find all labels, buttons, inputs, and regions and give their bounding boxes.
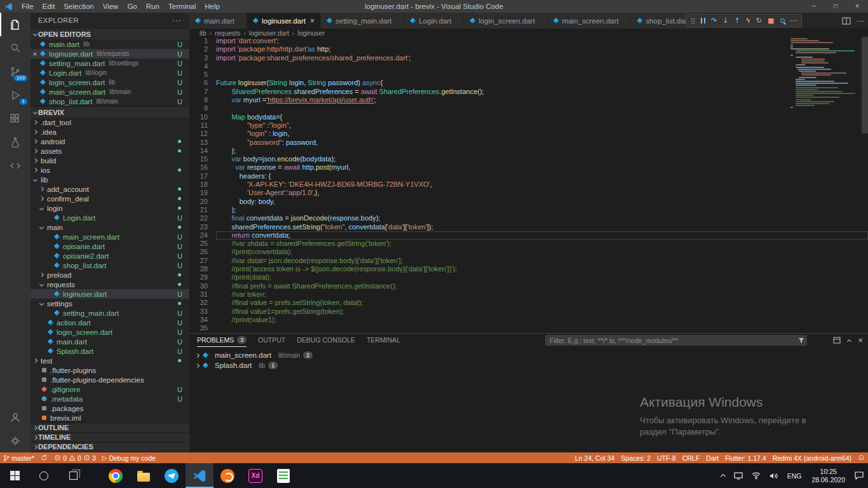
- activity-run-debug-button[interactable]: 1: [0, 83, 31, 107]
- code-line[interactable]: 14 };: [189, 147, 868, 155]
- hidden-icons-button[interactable]: [717, 463, 729, 488]
- tab-main.dart[interactable]: main.dart: [189, 13, 247, 29]
- menu-view[interactable]: View: [98, 0, 123, 13]
- tree-item-lib[interactable]: lib: [31, 175, 189, 184]
- tree-item-.gitignore[interactable]: .gitignoreU: [31, 384, 189, 394]
- open-editor-main.dart[interactable]: main.dart lib U: [31, 39, 189, 49]
- tree-item-.flutter-plugins[interactable]: .flutter-plugins: [31, 365, 189, 375]
- maximize-panel-icon[interactable]: [847, 339, 851, 343]
- status-item[interactable]: Dart: [703, 452, 722, 463]
- minimap[interactable]: [790, 38, 860, 109]
- taskbar-app-orange-button[interactable]: [214, 463, 241, 488]
- tree-item-brevix.iml[interactable]: brevix.iml: [31, 413, 189, 423]
- filter-icon[interactable]: [798, 337, 804, 344]
- code-line[interactable]: 18 'X-API-KEY': 'DKE4H-HWZJ-BD69-MORBG-7…: [189, 180, 868, 189]
- close-editor-icon[interactable]: ×: [31, 50, 39, 58]
- breadcrumb-item[interactable]: requests: [214, 29, 241, 37]
- close-icon[interactable]: ×: [846, 0, 868, 13]
- code-line[interactable]: 11 "type" :"login",: [189, 121, 868, 130]
- open-editor-shop_list.dart[interactable]: shop_list.dart lib\main U: [31, 97, 189, 106]
- stop-icon[interactable]: ■: [768, 17, 774, 24]
- tree-item-login_screen.dart[interactable]: login_screen.dartU: [31, 327, 189, 337]
- code-line[interactable]: 15 var body=json.encode(bodydata);: [189, 155, 868, 163]
- code-line[interactable]: 8 var myurl ='https://brevix.market/api/…: [189, 96, 868, 104]
- code-line[interactable]: 35: [189, 324, 868, 332]
- code-line[interactable]: 17 headers: {: [189, 172, 868, 180]
- restart-icon[interactable]: ↻: [756, 17, 762, 24]
- menu-selection[interactable]: Selection: [59, 0, 98, 13]
- accounts-button[interactable]: [0, 405, 31, 429]
- hot-reload-icon[interactable]: ϟ: [746, 17, 750, 24]
- code-line[interactable]: 27 //var datat= json.decode(response.bod…: [189, 257, 868, 265]
- drag-grip-icon[interactable]: [691, 18, 695, 24]
- status-item[interactable]: CRLF: [679, 452, 703, 463]
- tree-item-.packages[interactable]: .packages: [31, 403, 189, 413]
- panel-tab-debug-console[interactable]: DEBUG CONSOLE: [297, 334, 355, 347]
- code-line[interactable]: 3import 'package:shared_preferences/shar…: [189, 54, 868, 62]
- panel-tab-output[interactable]: OUTPUT: [258, 334, 285, 347]
- section-dependencies[interactable]: DEPENDENCIES: [31, 442, 189, 451]
- split-editor-icon[interactable]: [842, 17, 851, 25]
- breadcrumb-item[interactable]: loginuser.dart: [248, 29, 290, 37]
- tree-item-opisanie.dart[interactable]: opisanie.dartU: [31, 241, 189, 251]
- taskbar-vscode-button[interactable]: [186, 463, 214, 488]
- tree-item-android[interactable]: android: [31, 137, 189, 146]
- tree-item-confirm_deal[interactable]: confirm_deal: [31, 194, 189, 203]
- taskbar-file-explorer-button[interactable]: [130, 463, 158, 488]
- taskbar-adobe-xd-button[interactable]: Xd: [241, 463, 269, 488]
- code-line[interactable]: 26 //print(convertdata);: [189, 248, 868, 256]
- code-line[interactable]: 7 SharedPreferences sharedPreferences = …: [189, 88, 868, 96]
- code-line[interactable]: 30 //final prefs = await SharedPreferenc…: [189, 282, 868, 290]
- panel-tab-problems[interactable]: PROBLEMS 3: [197, 334, 247, 347]
- tree-item-action.dart[interactable]: action.dartU: [31, 318, 189, 327]
- tab-Login.dart[interactable]: Login.dart: [404, 13, 464, 29]
- devtools-icon[interactable]: [780, 18, 785, 23]
- menu-edit[interactable]: Edit: [38, 0, 60, 13]
- code-line[interactable]: 29 //print(datat);: [189, 273, 868, 281]
- taskbar-chrome-button[interactable]: [102, 463, 130, 488]
- tree-item-opisanie2.dart[interactable]: opisanie2.dartU: [31, 251, 189, 261]
- section-open-editors[interactable]: OPEN EDITORS: [31, 28, 189, 39]
- section-outline[interactable]: OUTLINE: [31, 423, 189, 432]
- tree-item-settings[interactable]: settings: [31, 299, 189, 308]
- open-in-editor-icon[interactable]: [833, 337, 841, 344]
- tree-item-.dart_tool[interactable]: .dart_tool: [31, 118, 189, 127]
- tree-item-.metadata[interactable]: .metadataU: [31, 394, 189, 403]
- pause-icon[interactable]: [701, 18, 705, 24]
- cortana-search-button[interactable]: [29, 463, 58, 488]
- code-line[interactable]: 12 "login" : login,: [189, 130, 868, 138]
- tree-item-login[interactable]: login: [31, 203, 189, 213]
- editor-scrollbar[interactable]: [862, 37, 868, 133]
- status-item[interactable]: Flutter: 1.17.4: [722, 452, 770, 463]
- code-line[interactable]: 10 Map bodydata={: [189, 113, 868, 121]
- tab-login_screen.dart[interactable]: login_screen.dart: [464, 13, 547, 29]
- breadcrumb-item[interactable]: loginuser: [296, 29, 326, 37]
- tree-item-build[interactable]: build: [31, 156, 189, 165]
- git-branch-item[interactable]: master*: [0, 452, 37, 463]
- code-line[interactable]: 24 return convertdata;: [189, 231, 868, 240]
- taskbar-app-green-button[interactable]: [269, 463, 297, 488]
- volume-tray-button[interactable]: [765, 463, 782, 488]
- tab-main_screen.dart[interactable]: main_screen.dart: [548, 13, 632, 29]
- open-editor-login_screen.dart[interactable]: login_screen.dart lib U: [31, 78, 189, 87]
- code-line[interactable]: 31 //var token;: [189, 290, 868, 299]
- tab-close-icon[interactable]: ×: [310, 17, 315, 25]
- tree-item-Splash.dart[interactable]: Splash.dartU: [31, 346, 189, 356]
- status-item[interactable]: Redmi 4X (android-arm64): [770, 452, 855, 463]
- status-item[interactable]: Ln 24, Col 34: [572, 452, 618, 463]
- language-indicator[interactable]: ENG: [782, 472, 807, 480]
- problems-summary-item[interactable]: 0 0 3: [51, 452, 99, 463]
- tree-item-.flutter-plugins-dependencies[interactable]: .flutter-plugins-dependencies: [31, 375, 189, 384]
- code-line[interactable]: 5: [189, 71, 868, 79]
- problem-file-row[interactable]: Splash.dart lib 1: [189, 360, 868, 370]
- code-line[interactable]: 34 //print(value1);: [189, 316, 868, 324]
- code-line[interactable]: 2import 'package:http/http.dart'as http;: [189, 45, 868, 53]
- network-tray-button[interactable]: [729, 463, 747, 488]
- breadcrumb-item[interactable]: lib: [198, 29, 208, 37]
- step-into-icon[interactable]: ↓: [722, 17, 728, 24]
- menu-run[interactable]: Run: [142, 0, 164, 13]
- code-line[interactable]: 19 'User-Agent':'app/1.0',},: [189, 189, 868, 197]
- code-line[interactable]: 23 sharedPreferences.setString("token", …: [189, 223, 868, 231]
- code-line[interactable]: 16 var response = await http.post(myurl,: [189, 163, 868, 172]
- activity-extensions-button[interactable]: [0, 107, 31, 130]
